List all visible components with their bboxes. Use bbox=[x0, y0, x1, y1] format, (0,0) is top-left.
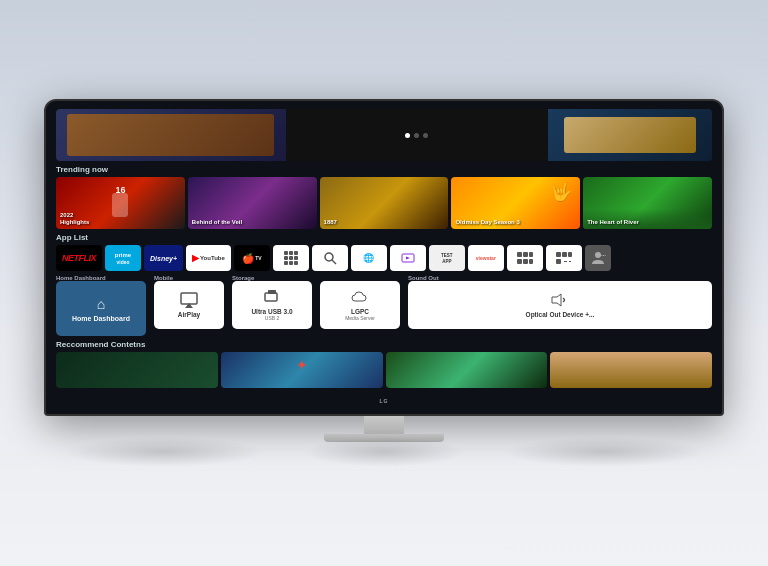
svg-rect-11 bbox=[568, 252, 572, 257]
monitor-body: Trending now 16 2022Highlights Behind of… bbox=[44, 99, 724, 416]
trending-title-sports: 2022Highlights bbox=[60, 212, 89, 226]
airplay-card[interactable]: AirPlay bbox=[154, 281, 224, 329]
applist-label: App List bbox=[56, 233, 712, 242]
airplay-title: AirPlay bbox=[178, 311, 200, 318]
svg-rect-18 bbox=[265, 293, 277, 301]
svg-rect-5 bbox=[529, 252, 533, 257]
youtube-label: YouTube bbox=[200, 255, 225, 261]
apple-icon: 🍎 bbox=[242, 253, 254, 264]
hero-right bbox=[548, 109, 712, 161]
hero-left-image bbox=[67, 114, 274, 156]
screen: Trending now 16 2022Highlights Behind of… bbox=[46, 101, 722, 414]
monitor-stand-neck bbox=[364, 416, 404, 434]
app-dots-pattern1[interactable] bbox=[507, 245, 543, 271]
usb-icon bbox=[263, 289, 281, 305]
d8 bbox=[289, 261, 293, 265]
d6 bbox=[294, 256, 298, 260]
app-dots-pattern2[interactable] bbox=[546, 245, 582, 271]
optical-card[interactable]: Optical Out Device +... bbox=[408, 281, 712, 329]
usb-subtitle: USB 2 bbox=[265, 315, 279, 321]
trending-card-drama[interactable]: Behind of the Veil bbox=[188, 177, 317, 229]
svg-rect-8 bbox=[529, 259, 533, 264]
trending-title-drama: Behind of the Veil bbox=[192, 219, 242, 226]
optical-title: Optical Out Device +... bbox=[526, 311, 595, 318]
d2 bbox=[289, 251, 293, 255]
app-prime[interactable]: prime video bbox=[105, 245, 141, 271]
trending-title-western: 1887 bbox=[324, 219, 337, 226]
svg-text:···: ··· bbox=[601, 252, 606, 258]
speaker-shadow-center bbox=[304, 437, 464, 467]
app-netflix[interactable]: NETFLIX bbox=[56, 245, 102, 271]
hero-dot-3[interactable] bbox=[423, 133, 428, 138]
lgpc-title: LGPC bbox=[351, 308, 369, 315]
d7 bbox=[284, 261, 288, 265]
svg-rect-17 bbox=[181, 293, 197, 304]
app-youtube[interactable]: ▶ YouTube bbox=[186, 245, 231, 271]
usb-title: Ultra USB 3.0 bbox=[251, 308, 292, 315]
recommend-card-dark[interactable] bbox=[56, 352, 218, 388]
trending-card-nature[interactable]: The Heart of River bbox=[583, 177, 712, 229]
speaker-shadow-left bbox=[64, 437, 264, 467]
hero-center bbox=[286, 109, 548, 161]
d5 bbox=[289, 256, 293, 260]
lgpc-subtitle: Media Server bbox=[345, 315, 375, 321]
cloud-icon bbox=[351, 289, 369, 305]
hero-area bbox=[56, 109, 712, 161]
monitor-wrapper: Trending now 16 2022Highlights Behind of… bbox=[44, 99, 724, 467]
speaker-shadows bbox=[64, 437, 704, 467]
trending-card-western[interactable]: 1887 bbox=[320, 177, 449, 229]
prime-video-label: video bbox=[116, 259, 129, 265]
person-more-icon: ··· bbox=[590, 251, 606, 265]
app-search[interactable] bbox=[312, 245, 348, 271]
dots-pattern1-icon bbox=[516, 251, 534, 265]
speaker-icon bbox=[551, 292, 569, 308]
svg-rect-7 bbox=[523, 259, 528, 264]
d1 bbox=[284, 251, 288, 255]
app-appletv[interactable]: 🍎 TV bbox=[234, 245, 270, 271]
hero-right-image bbox=[564, 117, 695, 153]
hero-dot-2[interactable] bbox=[414, 133, 419, 138]
app-media[interactable] bbox=[390, 245, 426, 271]
hero-dot-1[interactable] bbox=[405, 133, 410, 138]
svg-line-1 bbox=[332, 260, 336, 264]
app-more[interactable]: ··· bbox=[585, 245, 611, 271]
waterfall-figure: ✦ bbox=[296, 357, 308, 373]
fashion-icon: 🤟 bbox=[550, 181, 572, 203]
trending-card-fashion[interactable]: 🤟 Oldmiss Day Season 3 bbox=[451, 177, 580, 229]
lgpc-card[interactable]: LGPC Media Server bbox=[320, 281, 400, 329]
svg-rect-12 bbox=[556, 259, 561, 264]
recommend-card-family[interactable] bbox=[550, 352, 712, 388]
appletv-label: TV bbox=[255, 255, 261, 261]
trending-title-nature: The Heart of River bbox=[587, 219, 639, 226]
hero-left bbox=[56, 109, 286, 161]
speaker-shadow-right bbox=[504, 437, 704, 467]
trending-label: Trending now bbox=[56, 165, 712, 174]
app-grid[interactable] bbox=[273, 245, 309, 271]
media-icon bbox=[401, 251, 415, 265]
app-globe[interactable]: 🌐 bbox=[351, 245, 387, 271]
storage-section: Storage Ultra USB 3.0 USB 2 bbox=[232, 275, 312, 336]
home-dashboard-title: Home Dashboard bbox=[72, 315, 130, 322]
trending-row: 16 2022Highlights Behind of the Veil 188… bbox=[56, 177, 712, 229]
dots-pattern2-icon bbox=[555, 251, 573, 265]
svg-rect-6 bbox=[517, 259, 522, 264]
recommend-row: ✦ bbox=[56, 352, 712, 388]
lgpc-section: Storage LGPC Media Server bbox=[320, 275, 400, 336]
home-dashboard-card[interactable]: ⌂ Home Dashboard bbox=[56, 281, 146, 336]
search-icon bbox=[323, 251, 337, 265]
dashboard-area: Home Dashboard ⌂ Home Dashboard Mobile bbox=[56, 275, 712, 336]
recommend-card-fantasy[interactable] bbox=[386, 352, 548, 388]
svg-rect-19 bbox=[268, 290, 276, 294]
soundout-section: Sound Out Optical Out Device +... bbox=[408, 275, 712, 336]
svg-rect-3 bbox=[517, 252, 522, 257]
usb-card[interactable]: Ultra USB 3.0 USB 2 bbox=[232, 281, 312, 329]
trending-card-sports[interactable]: 16 2022Highlights bbox=[56, 177, 185, 229]
app-testapp[interactable]: TEST APP bbox=[429, 245, 465, 271]
home-icon: ⌂ bbox=[97, 296, 105, 312]
app-viewstar[interactable]: viewstar bbox=[468, 245, 504, 271]
app-label: APP bbox=[442, 259, 451, 264]
app-disney[interactable]: Disney+ bbox=[144, 245, 183, 271]
prime-label: prime bbox=[115, 252, 131, 258]
app-list-row: NETFLIX prime video Disney+ ▶ YouTube 🍎 … bbox=[56, 245, 712, 271]
recommend-card-waterfall[interactable]: ✦ bbox=[221, 352, 383, 388]
